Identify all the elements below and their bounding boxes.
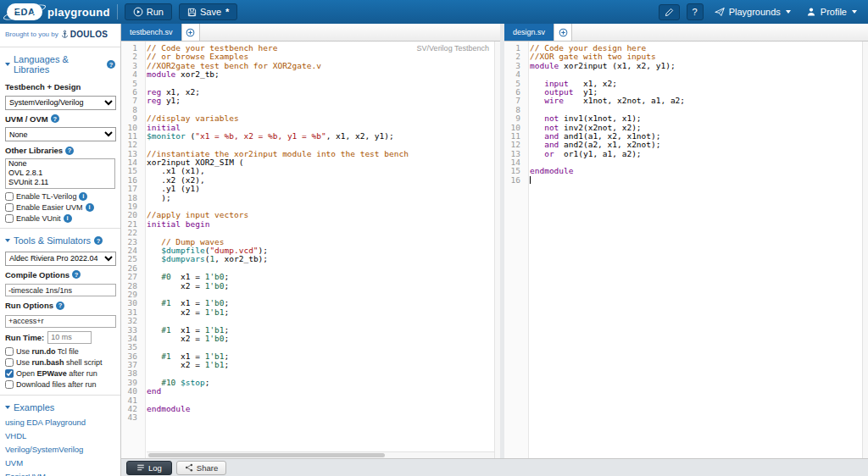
line-text	[526, 158, 868, 167]
checkbox[interactable]	[5, 214, 14, 223]
checkbox-row[interactable]: Download files after run	[0, 379, 120, 390]
example-link[interactable]: VHDL	[0, 429, 120, 443]
code-line[interactable]: 28 x2 = 1'b0;	[121, 282, 500, 291]
scrollbar-thumb[interactable]	[148, 453, 385, 457]
library-option[interactable]: None	[6, 159, 114, 169]
checkbox[interactable]	[5, 369, 14, 378]
example-link[interactable]: UVM	[0, 457, 120, 470]
other-libraries-listbox[interactable]: NoneOVL 2.8.1SVUnit 2.11	[5, 158, 115, 189]
code-line[interactable]: 7 wire x1not, x2not, a1, a2;	[504, 97, 868, 105]
code-line[interactable]: 39 #10 $stop;	[121, 379, 500, 387]
example-link[interactable]: using EDA Playground	[0, 416, 120, 429]
checkbox-row[interactable]: Enable Easier UVMi	[0, 202, 120, 213]
code-line[interactable]: 7reg y1;	[121, 97, 500, 105]
example-link[interactable]: Verilog/SystemVerilog	[0, 443, 120, 457]
add-tab-button[interactable]	[181, 24, 200, 41]
profile-menu[interactable]: Profile	[802, 4, 861, 19]
code-line[interactable]: 3module xor2input (x1, x2, y1);	[504, 62, 868, 70]
playgrounds-menu[interactable]: Playgrounds	[710, 4, 795, 19]
help-icon[interactable]: ?	[107, 60, 115, 69]
checkbox-row[interactable]: Enable VUniti	[0, 213, 120, 224]
topbar-divider	[117, 4, 118, 19]
vertical-scrollbar[interactable]	[862, 42, 868, 458]
code-line[interactable]: 21initial begin	[121, 220, 500, 229]
code-line[interactable]: 17 .y1 (y1)	[121, 185, 500, 193]
log-button[interactable]: Log	[126, 461, 172, 475]
profile-label: Profile	[821, 7, 847, 17]
info-icon[interactable]: i	[64, 214, 72, 223]
checkbox[interactable]	[5, 358, 14, 367]
tab-testbench-sv[interactable]: testbench.sv	[121, 24, 181, 41]
sidebar-divider	[0, 47, 120, 47]
run-button[interactable]: Run	[125, 3, 172, 20]
line-number: 4	[121, 70, 143, 79]
bottom-toolbar: Log Share	[121, 458, 868, 476]
save-label: Save	[200, 7, 221, 17]
help-button[interactable]: ?	[687, 3, 704, 20]
code-line[interactable]: 34 x2 = 1'b0;	[121, 335, 500, 343]
info-icon[interactable]: i	[79, 192, 87, 201]
help-icon[interactable]: ?	[51, 114, 59, 123]
code-line[interactable]: 25 $dumpvars(1, xor2_tb);	[121, 255, 500, 263]
checkbox[interactable]	[5, 192, 14, 201]
line-text: end	[143, 387, 500, 396]
doulos-attribution[interactable]: Brought to you by DOULOS	[0, 24, 120, 42]
line-text: );	[143, 194, 500, 202]
paper-plane-icon	[715, 7, 725, 17]
save-button[interactable]: Save *	[179, 3, 237, 20]
help-icon: ?	[693, 7, 698, 17]
save-icon	[187, 8, 197, 17]
simulator-select[interactable]: Aldec Riviera Pro 2022.04	[5, 252, 116, 266]
checkbox[interactable]	[5, 203, 14, 212]
code-line[interactable]: 18 );	[121, 194, 500, 202]
checkbox-row[interactable]: Use run.bash shell script	[0, 357, 120, 368]
help-icon[interactable]: ?	[94, 236, 103, 245]
code-line[interactable]: 31 x2 = 1'b1;	[121, 308, 500, 317]
doulos-logo: DOULOS	[60, 30, 108, 39]
edit-title-button[interactable]	[659, 4, 680, 20]
app-logo[interactable]: EDA playground	[7, 3, 110, 20]
section-tools-simulators[interactable]: Tools & Simulators ?	[0, 230, 120, 249]
chevron-down-icon	[852, 10, 857, 14]
help-icon[interactable]: ?	[72, 270, 81, 279]
library-option[interactable]: SVUnit 2.11	[6, 178, 114, 187]
line-text: x2 = 1'b0;	[143, 282, 500, 291]
design-code[interactable]: 1// Code your design here2//XOR gate wit…	[504, 42, 868, 185]
run-time-input[interactable]	[47, 331, 92, 344]
help-icon[interactable]: ?	[65, 147, 74, 155]
code-line[interactable]: 40end	[121, 387, 500, 396]
code-line[interactable]: 42endmodule	[121, 405, 500, 413]
design-code-editor[interactable]: 1// Code your design here2//XOR gate wit…	[504, 42, 868, 458]
checkbox[interactable]	[5, 380, 14, 389]
section-examples[interactable]: Examples	[0, 397, 120, 416]
code-line[interactable]: 15endmodule	[504, 167, 868, 175]
code-line[interactable]: 43	[121, 413, 500, 422]
uvm-ovm-select[interactable]: None	[5, 127, 116, 141]
compile-options-input[interactable]	[5, 284, 116, 296]
code-line[interactable]: 37 x2 = 1'b1;	[121, 361, 500, 369]
checkbox-row[interactable]: Use run.do Tcl file	[0, 346, 120, 357]
code-line[interactable]: 11$monitor ("x1 = %b, x2 = %b, y1 = %b",…	[121, 132, 500, 141]
info-icon[interactable]: i	[86, 203, 94, 212]
code-line[interactable]: 13 or or1(y1, a1, a2);	[504, 150, 868, 158]
library-option[interactable]: OVL 2.8.1	[6, 169, 114, 178]
code-line[interactable]: 4module xor2_tb;	[121, 70, 500, 79]
testbench-code-editor[interactable]: SV/Verilog Testbench 1// Code your testb…	[121, 42, 500, 458]
example-link[interactable]: EasierUVM	[0, 470, 120, 476]
vertical-scrollbar[interactable]	[494, 42, 500, 458]
share-button[interactable]: Share	[176, 461, 226, 475]
run-options-input[interactable]	[5, 315, 116, 328]
help-icon[interactable]: ?	[56, 302, 64, 310]
line-number: 9	[504, 114, 526, 123]
tab-design-sv[interactable]: design.sv	[504, 24, 554, 41]
checkbox[interactable]	[5, 347, 14, 356]
code-line[interactable]: 16	[504, 176, 868, 185]
design-tabbar: design.sv	[504, 24, 868, 42]
testbench-code[interactable]: 1// Code your testbench here2// or brows…	[121, 42, 500, 423]
section-languages-libraries[interactable]: Languages & Libraries ?	[0, 49, 120, 78]
add-tab-button[interactable]	[554, 24, 572, 41]
horizontal-scrollbar[interactable]	[147, 451, 494, 458]
checkbox-row[interactable]: Enable TL-Verilogi	[0, 191, 120, 202]
checkbox-row[interactable]: Open EPWave after run	[0, 368, 120, 379]
testbench-design-select[interactable]: SystemVerilog/Verilog	[5, 96, 116, 110]
